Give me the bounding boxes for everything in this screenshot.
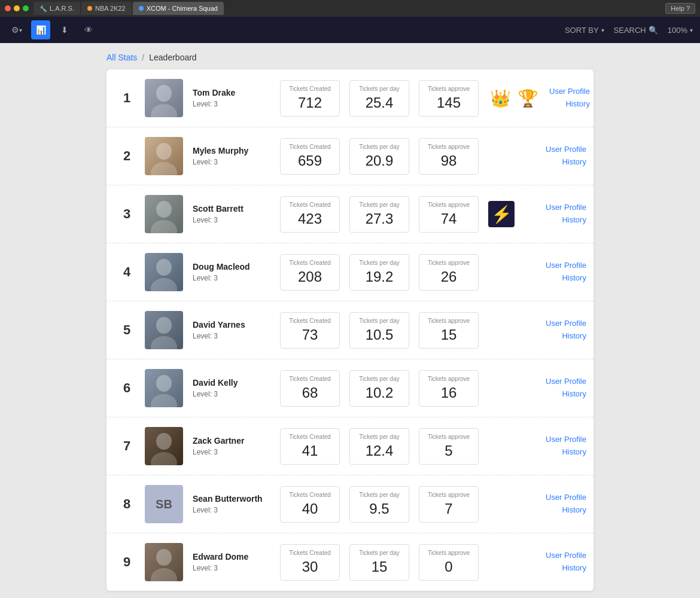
tickets-approve-label: Tickets approve <box>427 376 471 382</box>
tickets-created-box: Tickets Created 659 <box>280 138 340 175</box>
user-name: David Kelly <box>193 378 270 388</box>
history-link[interactable]: History <box>565 99 589 108</box>
user-profile-link[interactable]: User Profile <box>546 435 586 444</box>
tab-nba-dot <box>87 6 92 11</box>
tickets-created-label: Tickets Created <box>288 550 332 556</box>
history-link[interactable]: History <box>562 447 586 456</box>
svg-point-4 <box>156 201 172 218</box>
profile-link[interactable]: User Profile History <box>546 550 586 575</box>
badge-icon: 🏆 <box>516 86 540 110</box>
svg-point-1 <box>151 104 177 117</box>
user-profile-link[interactable]: User Profile <box>546 551 586 560</box>
tickets-per-day-value: 10.2 <box>357 385 401 401</box>
zoom-control[interactable]: 100% ▾ <box>668 26 693 35</box>
sort-by-button[interactable]: SORT BY ▾ <box>565 26 604 35</box>
search-button[interactable]: SEARCH 🔍 <box>614 26 658 35</box>
history-link[interactable]: History <box>562 215 586 224</box>
tickets-approve-box: Tickets approve 145 <box>419 80 479 117</box>
user-profile-link[interactable]: User Profile <box>546 377 586 386</box>
user-profile-link[interactable]: User Profile <box>546 319 586 328</box>
avatar-silhouette <box>145 253 183 291</box>
history-link[interactable]: History <box>562 505 586 514</box>
chevron-down-icon: ▾ <box>19 27 22 33</box>
tab-lars[interactable]: 🔧 L.A.R.S. <box>34 2 80 15</box>
chart-button[interactable]: 📊 <box>31 20 50 39</box>
history-link[interactable]: History <box>562 157 586 166</box>
history-link[interactable]: History <box>562 273 586 282</box>
user-profile-link[interactable]: User Profile <box>546 145 586 154</box>
download-button[interactable]: ⬇ <box>55 20 74 39</box>
eye-button[interactable]: 👁 <box>79 20 98 39</box>
profile-link[interactable]: User Profile History <box>549 86 590 111</box>
svg-point-11 <box>151 394 177 407</box>
maximize-dot[interactable] <box>23 5 29 11</box>
tickets-created-label: Tickets Created <box>288 260 332 266</box>
user-profile-link[interactable]: User Profile <box>546 493 586 502</box>
user-info: Myles Murphy Level: 3 <box>193 146 270 166</box>
main-content: 1 Tom Drake Level: 3 Tickets Created 712… <box>0 69 700 598</box>
tickets-created-label: Tickets Created <box>288 376 332 382</box>
avatar <box>145 311 183 349</box>
sort-chevron-icon: ▾ <box>601 27 604 33</box>
tickets-per-day-label: Tickets per day <box>357 86 401 92</box>
profile-link[interactable]: User Profile History <box>546 260 586 285</box>
tickets-per-day-value: 20.9 <box>357 152 401 169</box>
avatar <box>145 369 183 407</box>
tickets-per-day-box: Tickets per day 12.4 <box>349 428 409 465</box>
tab-xcom-label: XCOM - Chimera Squad <box>147 5 218 12</box>
profile-link[interactable]: User Profile History <box>546 202 586 227</box>
profile-link[interactable]: User Profile History <box>546 318 586 343</box>
history-link[interactable]: History <box>562 563 586 572</box>
user-profile-link[interactable]: User Profile <box>549 87 590 96</box>
user-profile-link[interactable]: User Profile <box>546 203 586 212</box>
tickets-created-box: Tickets Created 41 <box>280 428 340 465</box>
svg-point-13 <box>151 452 177 465</box>
tickets-per-day-box: Tickets per day 15 <box>349 544 409 581</box>
profile-link[interactable]: User Profile History <box>546 144 586 169</box>
user-name: David Yarnes <box>193 320 270 329</box>
avatar <box>145 137 183 175</box>
table-row: 2 Myles Murphy Level: 3 Tickets Created … <box>106 127 594 185</box>
tickets-per-day-box: Tickets per day 10.2 <box>349 370 409 407</box>
breadcrumb-current: Leaderboard <box>149 53 196 62</box>
close-dot[interactable] <box>5 5 11 11</box>
tickets-per-day-value: 12.4 <box>357 443 401 459</box>
user-level: Level: 3 <box>193 564 270 572</box>
history-link[interactable]: History <box>562 389 586 398</box>
history-link[interactable]: History <box>562 331 586 340</box>
tickets-approve-label: Tickets approve <box>427 318 471 324</box>
svg-point-10 <box>156 375 172 392</box>
svg-point-15 <box>151 568 177 581</box>
tickets-approve-value: 15 <box>427 327 471 343</box>
tickets-approve-value: 145 <box>427 94 471 111</box>
avatar <box>145 79 183 117</box>
avatar-silhouette <box>145 543 183 581</box>
user-name: Tom Drake <box>193 88 270 97</box>
tickets-approve-value: 5 <box>427 443 471 459</box>
svg-point-14 <box>156 549 172 566</box>
user-profile-link[interactable]: User Profile <box>546 261 586 270</box>
minimize-dot[interactable] <box>14 5 20 11</box>
svg-point-6 <box>156 259 172 276</box>
help-button[interactable]: Help ? <box>665 3 695 14</box>
tab-nba[interactable]: NBA 2K22 <box>81 2 132 15</box>
tab-lars-icon: 🔧 <box>39 5 47 12</box>
profile-link[interactable]: User Profile History <box>546 376 586 401</box>
tickets-per-day-value: 19.2 <box>357 269 401 285</box>
tickets-approve-box: Tickets approve 15 <box>419 312 479 349</box>
svg-point-0 <box>156 85 172 102</box>
all-stats-link[interactable]: All Stats <box>106 53 137 62</box>
tickets-approve-box: Tickets approve 5 <box>419 428 479 465</box>
user-info: Sean Butterworth Level: 3 <box>193 494 270 514</box>
user-name: Doug Macleod <box>193 262 270 271</box>
profile-link[interactable]: User Profile History <box>546 492 586 517</box>
avatar-silhouette <box>145 427 183 465</box>
settings-button[interactable]: ⚙ ▾ <box>7 20 26 39</box>
svg-point-8 <box>156 317 172 334</box>
tickets-created-value: 41 <box>288 443 332 459</box>
tickets-per-day-label: Tickets per day <box>357 144 401 150</box>
rank-number: 6 <box>118 380 135 396</box>
tab-xcom[interactable]: XCOM - Chimera Squad <box>133 2 224 15</box>
profile-link[interactable]: User Profile History <box>546 434 586 459</box>
browser-bar: 🔧 L.A.R.S. NBA 2K22 XCOM - Chimera Squad… <box>0 0 700 17</box>
